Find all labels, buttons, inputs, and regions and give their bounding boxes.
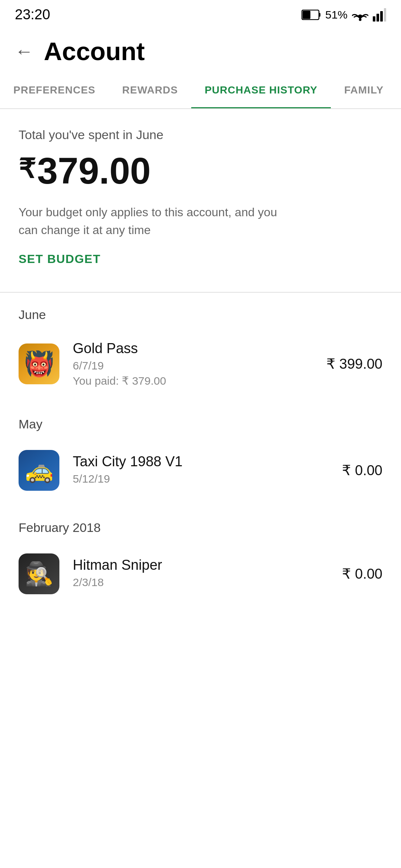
purchase-item-taxi-city: Taxi City 1988 V1 5/12/19 ₹ 0.00 <box>19 443 382 506</box>
purchase-date-hitman-sniper: 2/3/18 <box>73 576 342 589</box>
spending-summary: Total you've spent in June ₹ 379.00 Your… <box>0 109 401 277</box>
tabs-bar: PREFERENCES REWARDS PURCHASE HISTORY FAM… <box>0 73 401 109</box>
spending-label: Total you've spent in June <box>19 128 382 142</box>
purchase-date-gold-pass: 6/7/19 <box>73 359 326 372</box>
app-icon-hitman <box>19 553 59 594</box>
svg-rect-6 <box>380 11 383 22</box>
wifi-icon <box>352 8 368 22</box>
svg-rect-2 <box>303 11 310 19</box>
section-feb-2018: February 2018 Hitman Sniper 2/3/18 ₹ 0.0… <box>0 506 401 609</box>
svg-rect-1 <box>319 13 320 17</box>
purchase-name-taxi-city: Taxi City 1988 V1 <box>73 454 342 470</box>
purchase-price-taxi-city: ₹ 0.00 <box>342 462 382 479</box>
svg-rect-4 <box>373 16 375 22</box>
purchase-date-taxi-city: 5/12/19 <box>73 473 342 485</box>
purchase-item-hitman-sniper: Hitman Sniper 2/3/18 ₹ 0.00 <box>19 546 382 609</box>
purchase-info-hitman-sniper: Hitman Sniper 2/3/18 <box>73 557 342 591</box>
tab-purchase-history[interactable]: PURCHASE HISTORY <box>191 73 331 109</box>
spending-amount: ₹ 379.00 <box>19 149 382 192</box>
month-label-may: May <box>19 417 382 431</box>
set-budget-button[interactable]: SET BUDGET <box>19 252 101 266</box>
amount-value: 379.00 <box>37 149 151 192</box>
purchase-name-gold-pass: Gold Pass <box>73 341 326 356</box>
purchase-paid-gold-pass: You paid: ₹ 379.00 <box>73 374 326 387</box>
back-button[interactable]: ← <box>15 40 33 62</box>
tab-rewards[interactable]: REWARDS <box>109 73 191 108</box>
signal-icon <box>373 8 386 22</box>
purchase-info-gold-pass: Gold Pass 6/7/19 You paid: ₹ 379.00 <box>73 341 326 387</box>
purchase-item-gold-pass: Gold Pass 6/7/19 You paid: ₹ 379.00 ₹ 39… <box>19 333 382 402</box>
page-title: Account <box>44 37 145 66</box>
svg-rect-7 <box>384 8 386 22</box>
svg-rect-5 <box>376 14 379 22</box>
tab-family[interactable]: FAMILY <box>331 73 397 108</box>
app-icon-coc <box>19 343 59 384</box>
status-icons: 51% <box>301 8 386 22</box>
status-time: 23:20 <box>15 7 50 23</box>
purchase-name-hitman-sniper: Hitman Sniper <box>73 557 342 573</box>
month-label-feb2018: February 2018 <box>19 520 382 535</box>
tab-preferences[interactable]: PREFERENCES <box>0 73 109 108</box>
header: ← Account <box>0 26 401 73</box>
currency-symbol: ₹ <box>19 153 36 184</box>
purchase-info-taxi-city: Taxi City 1988 V1 5/12/19 <box>73 454 342 487</box>
section-may: May Taxi City 1988 V1 5/12/19 ₹ 0.00 <box>0 402 401 506</box>
battery-icon <box>301 10 321 20</box>
month-label-june: June <box>19 308 382 322</box>
purchase-price-gold-pass: ₹ 399.00 <box>326 356 382 372</box>
svg-point-3 <box>359 18 362 21</box>
status-bar: 23:20 51% <box>0 0 401 26</box>
section-june: June Gold Pass 6/7/19 You paid: ₹ 379.00… <box>0 293 401 402</box>
battery-percent: 51% <box>325 9 348 21</box>
app-icon-taxi <box>19 450 59 491</box>
budget-note: Your budget only applies to this account… <box>19 203 278 239</box>
purchase-price-hitman-sniper: ₹ 0.00 <box>342 566 382 582</box>
